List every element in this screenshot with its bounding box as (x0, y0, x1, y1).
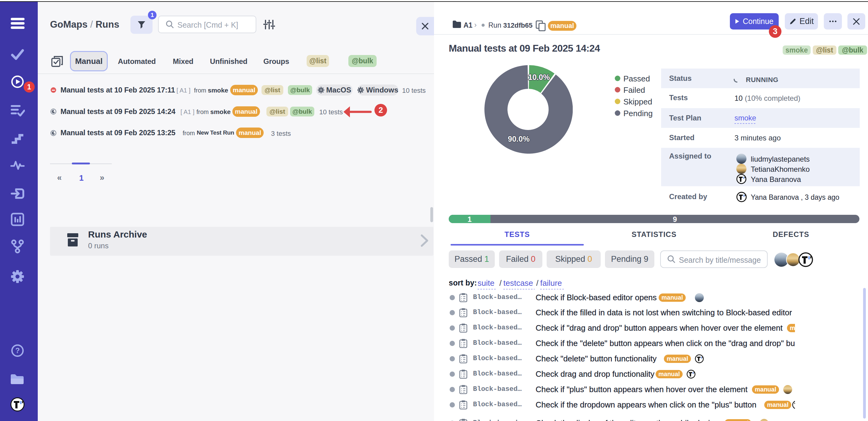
svg-text:90.0%: 90.0% (508, 135, 530, 143)
svg-text:10.0%: 10.0% (528, 73, 550, 81)
svg-text:?: ? (16, 346, 20, 355)
